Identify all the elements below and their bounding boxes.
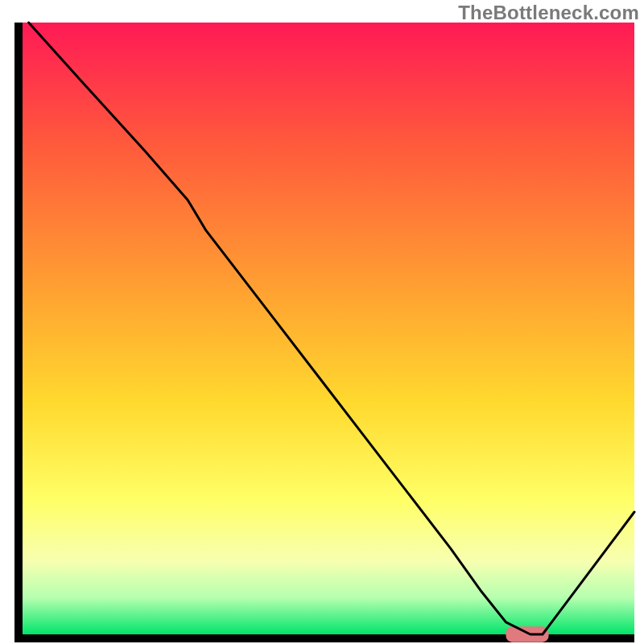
watermark-label: TheBottleneck.com — [458, 2, 639, 24]
chart-svg — [0, 0, 644, 644]
plot-background — [23, 23, 634, 634]
bottleneck-chart: TheBottleneck.com — [0, 0, 644, 644]
